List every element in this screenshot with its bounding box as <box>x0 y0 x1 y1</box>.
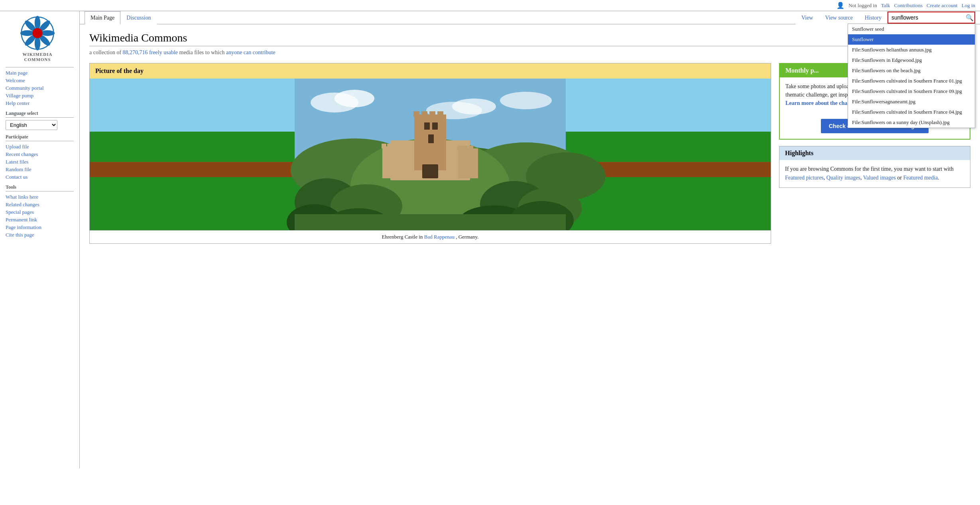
language-dropdown[interactable]: English <box>6 120 57 130</box>
svg-rect-26 <box>421 111 427 117</box>
potd-image <box>90 79 771 230</box>
sidebar-item-community-portal[interactable]: Community portal <box>6 85 74 91</box>
search-suggestion-2[interactable]: File:Sunflowers helianthus annuus.jpg <box>848 45 975 55</box>
svg-rect-34 <box>457 146 462 150</box>
svg-point-17 <box>500 92 552 109</box>
tab-history[interactable]: History <box>859 11 888 24</box>
log-in-link[interactable]: Log in <box>962 2 975 9</box>
search-suggestion-5[interactable]: File:Sunflowers cultivated in Southern F… <box>848 76 975 86</box>
top-nav-bar: 👤 Not logged in Talk Contributions Creat… <box>0 0 980 11</box>
svg-point-9 <box>32 28 42 38</box>
svg-rect-25 <box>413 111 419 117</box>
svg-rect-38 <box>432 122 438 130</box>
sidebar-participate-section: Participate <box>6 134 74 141</box>
search-suggestion-9[interactable]: File:Sunflowers on a sunny day (Unsplash… <box>848 117 975 128</box>
sidebar-item-special-pages[interactable]: Special pages <box>6 209 74 215</box>
svg-rect-32 <box>393 144 398 148</box>
potd-caption: Ehrenberg Castle in Bad Rappenau , Germa… <box>90 230 771 243</box>
svg-rect-36 <box>468 146 473 150</box>
svg-rect-30 <box>382 144 386 148</box>
logo: WIKIMEDIACOMMONS <box>6 15 69 62</box>
sidebar-item-latest-files[interactable]: Latest files <box>6 159 74 165</box>
svg-rect-27 <box>429 111 435 117</box>
sidebar: WIKIMEDIACOMMONS Main page Welcome Commu… <box>0 11 80 468</box>
sidebar-item-page-information[interactable]: Page information <box>6 224 74 231</box>
search-container: 🔍 Sunflower seed Sunflower File:Sunflowe… <box>888 12 975 24</box>
search-suggestion-3[interactable]: File:Sunflowers in Edgewood.jpg <box>848 55 975 65</box>
language-select-container: English <box>6 120 74 130</box>
search-suggestion-6[interactable]: File:Sunflowers cultivated in Southern F… <box>848 86 975 97</box>
page-subtitle: a collection of 88,270,716 freely usable… <box>89 49 970 56</box>
sidebar-item-welcome[interactable]: Welcome <box>6 77 74 84</box>
file-count-link[interactable]: 88,270,716 <box>123 49 148 55</box>
svg-point-16 <box>452 99 496 114</box>
tab-right-group: View View source History 🔍 Sunflower see… <box>795 11 975 24</box>
user-icon: 👤 <box>836 2 844 9</box>
sidebar-item-main-page[interactable]: Main page <box>6 70 74 76</box>
content-area: Main Page Discussion View View source Hi… <box>80 11 980 468</box>
wikimedia-commons-logo <box>20 15 55 51</box>
castle-scene-svg <box>90 79 771 230</box>
sidebar-item-random-file[interactable]: Random file <box>6 166 74 173</box>
two-column-layout: Picture of the day <box>89 63 970 244</box>
freely-usable-link[interactable]: freely usable <box>149 49 178 55</box>
featured-pictures-link[interactable]: Featured pictures <box>785 175 824 181</box>
main-content: Wikimedia Commons a collection of 88,270… <box>80 24 980 251</box>
highlights-body: If you are browsing Commons for the firs… <box>779 160 970 187</box>
sidebar-language-section: Language select <box>6 110 74 118</box>
sidebar-item-help-center[interactable]: Help center <box>6 100 74 107</box>
valued-images-link[interactable]: Valued images <box>863 175 896 181</box>
featured-media-link[interactable]: Featured media <box>903 175 938 181</box>
tab-view-source[interactable]: View source <box>819 11 859 24</box>
not-logged-in-label: Not logged in <box>848 2 877 9</box>
monthly-challenge-header-text: Monthly p... <box>785 67 819 74</box>
search-suggestion-1[interactable]: Sunflower <box>848 34 975 45</box>
sidebar-item-permanent-link[interactable]: Permanent link <box>6 217 74 223</box>
search-dropdown: Sunflower seed Sunflower File:Sunflowers… <box>848 24 975 128</box>
svg-rect-29 <box>382 146 402 178</box>
picture-of-the-day-box: Picture of the day <box>89 63 771 244</box>
quality-images-link[interactable]: Quality images <box>827 175 860 181</box>
search-suggestion-0[interactable]: Sunflower seed <box>848 24 975 34</box>
search-suggestion-8[interactable]: File:Sunflowers cultivated in Southern F… <box>848 107 975 117</box>
svg-point-14 <box>335 90 374 107</box>
potd-header: Picture of the day <box>90 63 771 79</box>
contribute-link[interactable]: anyone can contribute <box>226 49 276 55</box>
sidebar-item-upload-file[interactable]: Upload file <box>6 144 74 150</box>
svg-rect-35 <box>463 146 468 150</box>
search-suggestion-7[interactable]: File:Sunflowersagnaneamt.jpg <box>848 97 975 107</box>
tab-view[interactable]: View <box>795 11 819 24</box>
sidebar-tools-section: Tools <box>6 184 74 191</box>
sidebar-item-related-changes[interactable]: Related changes <box>6 201 74 208</box>
tab-discussion[interactable]: Discussion <box>120 11 157 24</box>
svg-rect-49 <box>295 214 566 230</box>
search-button[interactable]: 🔍 <box>966 14 974 22</box>
sidebar-item-contact-us[interactable]: Contact us <box>6 174 74 180</box>
page-title: Wikimedia Commons <box>89 32 970 46</box>
tab-main-page[interactable]: Main Page <box>85 11 120 24</box>
highlights-box: Highlights If you are browsing Commons f… <box>779 146 970 188</box>
sidebar-item-village-pump[interactable]: Village pump <box>6 93 74 99</box>
potd-location-link[interactable]: Bad Rappenau <box>424 234 455 240</box>
svg-rect-37 <box>424 122 430 130</box>
sidebar-item-recent-changes[interactable]: Recent changes <box>6 151 74 158</box>
highlights-header: Highlights <box>779 146 970 160</box>
search-suggestion-4[interactable]: File:Sunflowers on the beach.jpg <box>848 65 975 76</box>
svg-rect-33 <box>458 148 478 178</box>
contributions-link[interactable]: Contributions <box>894 2 923 9</box>
logo-title: WIKIMEDIACOMMONS <box>22 52 52 62</box>
svg-rect-39 <box>428 134 434 143</box>
page-tabs: Main Page Discussion View View source Hi… <box>80 11 980 24</box>
svg-rect-31 <box>387 144 392 148</box>
svg-rect-40 <box>422 164 438 178</box>
sidebar-nav-section <box>6 66 74 67</box>
talk-link[interactable]: Talk <box>881 2 890 9</box>
svg-rect-28 <box>437 111 443 117</box>
left-column: Picture of the day <box>89 63 771 244</box>
sidebar-item-what-links-here[interactable]: What links here <box>6 194 74 200</box>
search-input[interactable] <box>888 12 975 24</box>
sidebar-item-cite-this-page[interactable]: Cite this page <box>6 232 74 238</box>
create-account-link[interactable]: Create account <box>927 2 958 9</box>
